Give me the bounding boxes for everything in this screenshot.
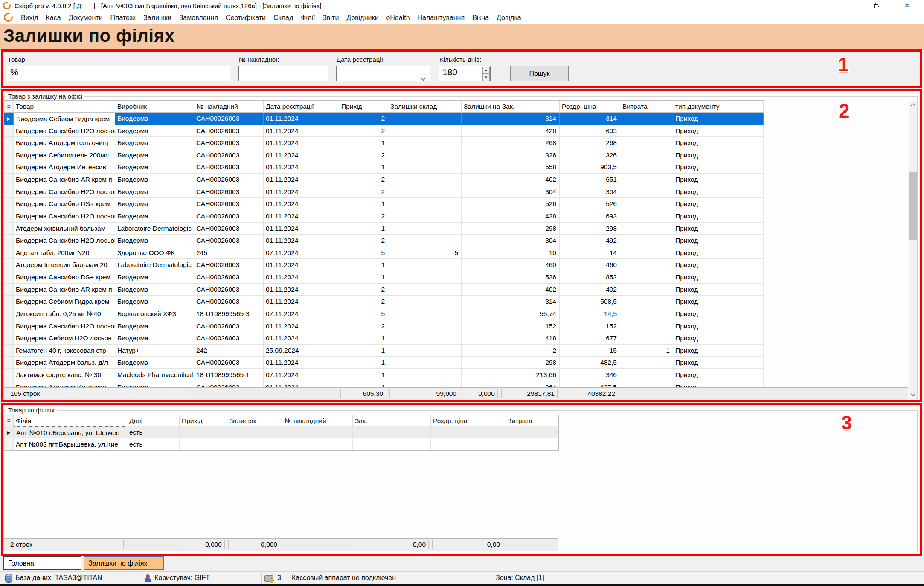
table-row[interactable]: Биодерма Сансибио Н2О лосьонБиодермаСАН0… bbox=[4, 186, 764, 198]
scrollbar-thumb[interactable] bbox=[909, 172, 917, 240]
table-cell bbox=[462, 223, 500, 235]
table-row[interactable]: Биодерма Сансибио DS+ кремБиодермаСАН000… bbox=[4, 271, 764, 284]
column-header[interactable]: Прихід bbox=[339, 101, 388, 113]
menu-item[interactable]: eHealth bbox=[382, 14, 413, 22]
tab-zalyshky-po-filiiakh[interactable]: Залишки по філіях bbox=[84, 556, 164, 570]
status-separator bbox=[138, 573, 138, 583]
search-button[interactable]: Пошук bbox=[510, 66, 569, 81]
table-row[interactable]: Атодерм Інтенсив бальзам 20Laboratoire D… bbox=[4, 259, 764, 271]
menu-item[interactable]: Каса bbox=[42, 14, 65, 22]
menu-item[interactable]: Довідники bbox=[343, 14, 382, 22]
table-row[interactable]: Биодерма Сансибио AR крем пБиодермаСАН00… bbox=[4, 174, 764, 186]
stepper-down-icon[interactable]: ▼ bbox=[482, 74, 490, 81]
table-row[interactable]: Биодерма Себиом гель 200млБиодермаСАН000… bbox=[4, 149, 764, 161]
status-database: База даних: TASA3@TITAN bbox=[15, 574, 102, 582]
table-row[interactable]: Биодерма Сансибио Н2О лосьонБиодермаСАН0… bbox=[4, 320, 764, 332]
menu-item[interactable]: Звіти bbox=[319, 14, 343, 22]
column-header[interactable]: Прихід bbox=[180, 415, 227, 426]
column-header[interactable]: Дані bbox=[127, 415, 180, 426]
table-row[interactable]: Дигоксин табл. 0,25 мг №40Борщаговский Х… bbox=[4, 308, 764, 320]
status-user: Користувач: GIFT bbox=[154, 574, 210, 582]
table-row[interactable]: Биодерма Атодерм бальз. д/лБиодермаСАН00… bbox=[4, 357, 764, 369]
table-cell: 2 bbox=[339, 320, 388, 332]
menu-item[interactable]: Залишки bbox=[139, 14, 175, 22]
column-header[interactable]: Витрата bbox=[505, 415, 558, 426]
table-cell: 18-U108999565-3 bbox=[194, 308, 264, 320]
column-header[interactable]: Залишки на bbox=[462, 101, 500, 113]
tab-holovna[interactable]: Головна bbox=[3, 556, 81, 570]
app-window: Скарб pro v. 4.0.0.2 [ІД: | - [Апт №003 … bbox=[0, 0, 924, 586]
column-header[interactable]: Залишок bbox=[227, 415, 282, 426]
table-row[interactable]: Биодерма Себиом Гидра кремБиодермаСАН000… bbox=[4, 296, 764, 308]
office-grid-menu-icon[interactable]: ≡ bbox=[4, 101, 14, 113]
menu-item[interactable]: Склад bbox=[270, 14, 297, 22]
column-header[interactable]: Витрата bbox=[620, 101, 673, 113]
table-row[interactable]: Ацетал табл. 200мг N20Здоровье ООО ФК245… bbox=[4, 247, 764, 259]
scroll-up-icon[interactable] bbox=[909, 101, 917, 109]
days-stepper[interactable]: 180 ▲ ▼ bbox=[439, 66, 491, 81]
column-header[interactable]: № накладний bbox=[194, 101, 264, 113]
column-header[interactable]: № накладний bbox=[282, 415, 353, 426]
menu-item[interactable]: Вихід bbox=[17, 14, 42, 22]
restore-button[interactable] bbox=[867, 0, 886, 11]
table-row[interactable]: Биодерма Сансибио Н2О лосьонБиодермаСАН0… bbox=[4, 235, 764, 247]
table-cell: 268 bbox=[500, 137, 560, 149]
column-header[interactable]: Філія bbox=[14, 415, 127, 426]
table-row[interactable]: Биодерма Атодерм ИнтенсивБиодермаСАН0002… bbox=[4, 161, 764, 174]
invoice-input[interactable] bbox=[238, 66, 328, 81]
vertical-scrollbar[interactable] bbox=[909, 101, 917, 399]
chevron-down-icon[interactable] bbox=[421, 73, 426, 83]
table-row[interactable]: Гематоген 40 г, кокосовая стрНатур+24225… bbox=[4, 345, 764, 357]
table-row[interactable]: Биодерма Сансибио AR крем пБиодермаСАН00… bbox=[4, 284, 764, 296]
table-row[interactable]: Биодерма Атодерм гель очищБиодермаСАН000… bbox=[4, 137, 764, 149]
table-row[interactable]: Биодерма Себиом Н2О лосьонБиодермаСАН000… bbox=[4, 332, 764, 345]
date-combobox[interactable] bbox=[336, 66, 430, 81]
table-row[interactable]: ▶Апт №010 г.Березань, ул. Шевченесть bbox=[4, 426, 558, 438]
menu-item[interactable]: Сертифікати bbox=[222, 14, 270, 22]
column-header[interactable]: тип документу bbox=[673, 101, 764, 113]
table-row[interactable]: Апт №003 пгт.Барышевка, ул.Киеесть bbox=[4, 438, 558, 450]
scroll-down-icon[interactable] bbox=[909, 391, 917, 399]
column-header[interactable]: Виробник bbox=[115, 101, 194, 113]
menu-item[interactable]: Документи bbox=[65, 14, 107, 22]
menu-item[interactable]: Налаштування bbox=[414, 14, 469, 22]
table-cell: САН00026003 bbox=[194, 125, 264, 137]
table-cell bbox=[620, 259, 673, 271]
column-header[interactable]: Зак. bbox=[353, 415, 431, 426]
column-header[interactable]: Роздр. ціна bbox=[431, 415, 505, 426]
row-marker bbox=[4, 345, 14, 357]
column-header[interactable]: Товар bbox=[14, 101, 115, 113]
column-header[interactable]: Роздр. ціна bbox=[560, 101, 620, 113]
column-header[interactable]: Дата реєстрації bbox=[264, 101, 339, 113]
table-row[interactable]: Лактимак форте капс. № 30Macleods Pharma… bbox=[4, 369, 764, 381]
menu-item[interactable]: Замовлення bbox=[175, 14, 222, 22]
table-row[interactable]: Атодерм живильний бальзамLaboratoire Der… bbox=[4, 223, 764, 235]
branches-grid-menu-icon[interactable]: ≡ bbox=[4, 415, 14, 426]
product-input[interactable]: % bbox=[7, 66, 230, 81]
menu-item[interactable]: Довідка bbox=[493, 14, 525, 22]
menu-item[interactable]: Вікна bbox=[468, 14, 493, 22]
footer-sum: 29817,81 bbox=[501, 389, 558, 398]
row-marker bbox=[4, 381, 14, 387]
column-header[interactable]: Зак. bbox=[500, 101, 560, 113]
menu-item[interactable]: Філії bbox=[297, 14, 319, 22]
table-cell: САН00026003 bbox=[194, 113, 264, 125]
table-row[interactable]: Биодерма Сансибио Н2О лосьонБиодермаСАН0… bbox=[4, 125, 764, 137]
row-marker bbox=[4, 149, 14, 161]
table-row[interactable]: Биодерма Сансибио Н2О лосьонБиодермаСАН0… bbox=[4, 210, 764, 223]
table-row[interactable]: Биодерма Атодерм ИнтенсивБиодермаСАН0002… bbox=[4, 381, 764, 387]
menu-item[interactable]: Платежі bbox=[107, 14, 140, 22]
table-row[interactable]: ▶Биодерма Себиом Гидра кремБиодермаСАН00… bbox=[4, 113, 764, 125]
table-cell: 427,5 bbox=[560, 381, 620, 387]
table-cell: САН00026003 bbox=[194, 271, 264, 284]
table-cell: Биодерма bbox=[115, 210, 194, 223]
column-header[interactable]: Залишки склад bbox=[388, 101, 462, 113]
table-row[interactable]: Биодерма Сансибио DS+ кремБиодермаСАН000… bbox=[4, 198, 764, 210]
table-cell bbox=[388, 223, 462, 235]
stepper-up-icon[interactable]: ▲ bbox=[482, 67, 490, 74]
table-cell: САН00026003 bbox=[194, 296, 264, 308]
table-cell: Приход bbox=[673, 174, 764, 186]
close-button[interactable]: × bbox=[897, 0, 917, 11]
table-cell: Биодерма Сансибио Н2О лосьон bbox=[14, 186, 115, 198]
minimize-button[interactable]: – bbox=[836, 0, 856, 11]
